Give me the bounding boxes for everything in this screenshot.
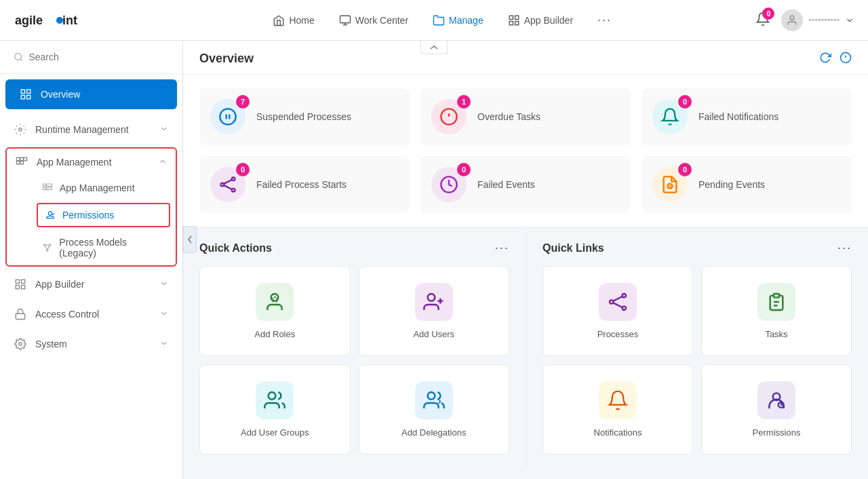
nav-collapse-arrow[interactable] [420,41,448,54]
svg-point-43 [220,109,235,124]
sidebar-item-accesscontrol[interactable]: Access Control [0,299,182,329]
overdue-badge: 1 [457,95,471,109]
svg-line-52 [224,180,232,184]
accesscontrol-chevron-icon [159,309,169,320]
notifications-label: Notifications [594,427,642,438]
quick-link-notifications[interactable]: Notifications [542,364,693,455]
quick-links-more[interactable]: ··· [837,241,852,255]
svg-point-39 [19,343,22,346]
svg-rect-18 [17,157,20,161]
add-delegations-label: Add Delegations [401,427,466,438]
system-chevron-svg [159,339,169,348]
appmanagement-chevron-icon [158,157,167,168]
delegations-svg-icon [423,389,445,411]
svg-point-49 [221,183,224,187]
appmanagement-sub-icon [42,183,53,193]
failed-starts-badge: 0 [236,163,250,176]
stat-suspended[interactable]: 7 Suspended Processes [199,88,410,145]
quick-actions-title: Quick Actions [199,242,272,254]
svg-point-28 [44,244,46,246]
stat-overdue[interactable]: 1 Overdue Tasks [420,88,631,145]
stat-pending-events[interactable]: 0 Pending Events [642,156,852,213]
quick-actions-more[interactable]: ··· [495,241,509,255]
system-svg-icon [14,338,26,350]
permissions-icon [45,210,56,221]
quick-action-add-users[interactable]: Add Users [359,266,510,356]
overview-title: Overview [199,52,254,66]
overview-actions [819,52,852,66]
accesscontrol-icon [14,307,27,321]
failed-starts-label: Failed Process Starts [256,179,347,190]
logo-svg: agile int [14,9,102,31]
sidebar-item-system[interactable]: System [0,329,182,359]
stat-failed-starts[interactable]: 0 Failed Process Starts [199,156,410,213]
main-content: Overview 7 [183,41,868,479]
sidebar-item-appmanagement[interactable]: App Management [7,149,176,176]
app-management-sub: App Management [7,176,176,200]
user-groups-svg-icon [264,389,285,411]
quick-action-add-delegations[interactable]: Add Delegations [359,364,510,455]
sidebar-runtime-label: Runtime Management [35,124,129,135]
stat-failed-notifications[interactable]: 0 Failed Notifications [642,88,852,145]
sidebar-processmodels-label: Process Models (Legacy) [59,237,162,258]
quick-action-add-roles[interactable]: Add Roles [199,266,351,356]
nav-more[interactable]: ··· [587,7,623,33]
stat-failed-events[interactable]: 0 Failed Events [420,156,631,213]
nav-home[interactable]: Home [262,9,325,32]
processmodels-sub: Process Models (Legacy) [7,230,176,265]
quick-action-add-user-groups[interactable]: Add User Groups [199,364,351,455]
overview-svg-icon [20,88,32,100]
quick-links-title: Quick Links [542,242,604,254]
tasks-label: Tasks [765,329,787,339]
notifications-icon [599,381,637,419]
nav-appbuilder[interactable]: App Builder [497,9,584,32]
accesscontrol-chevron-svg [159,309,169,318]
nav-appbuilder-label: App Builder [524,15,573,26]
svg-point-17 [19,128,22,132]
search-container [0,41,182,74]
sidebar-permissions-label: Permissions [62,210,114,221]
sidebar-item-runtime[interactable]: Runtime Management [0,115,182,145]
sidebar-item-appbuilder[interactable]: App Builder [0,269,182,299]
nav-manage[interactable]: Manage [422,9,494,32]
svg-line-66 [613,296,622,301]
quick-link-processes[interactable]: Processes [542,266,693,356]
sidebar-collapse-toggle[interactable] [183,226,197,253]
add-delegations-icon [415,381,453,419]
quick-link-tasks[interactable]: Tasks [701,266,852,356]
permissions-link-label: Permissions [753,427,801,438]
users-svg-icon [423,291,445,313]
quick-link-permissions[interactable]: Permissions [701,364,852,455]
add-roles-label: Add Roles [254,329,295,339]
nav-bell[interactable]: 0 [755,12,770,28]
search-input[interactable] [28,52,169,62]
accesscontrol-svg-icon [14,308,26,320]
quick-actions-section: Quick Actions ··· Add Roles [183,227,526,468]
svg-rect-6 [509,16,513,19]
search-icon [14,52,23,62]
suspended-label: Suspended Processes [256,111,351,122]
nav-user[interactable]: •••••••••• [781,9,854,31]
pending-events-icon-wrap: 0 [652,167,688,202]
svg-point-30 [46,250,48,252]
svg-rect-36 [16,286,19,289]
svg-point-61 [269,392,276,400]
sidebar-item-permissions[interactable]: Permissions [38,204,169,226]
failed-starts-icon-wrap: 0 [210,167,245,202]
sidebar-item-processmodels[interactable]: Process Models (Legacy) [42,230,176,265]
info-button[interactable] [840,52,852,66]
pause-icon [218,107,237,126]
nav-workcenter-label: Work Center [355,15,408,26]
svg-rect-15 [21,96,24,99]
system-icon [14,337,27,351]
nav-workcenter[interactable]: Work Center [328,9,419,32]
sidebar-item-appmanagement-sub[interactable]: App Management [42,176,176,200]
user-name: •••••••••• [808,15,840,25]
permissions-link-svg-icon [766,389,787,411]
sidebar-item-overview[interactable]: Overview [5,79,177,109]
nav-manage-label: Manage [449,15,484,26]
refresh-button[interactable] [819,52,831,66]
svg-rect-7 [515,16,518,19]
logo: agile int [14,9,102,31]
svg-point-11 [15,54,22,60]
